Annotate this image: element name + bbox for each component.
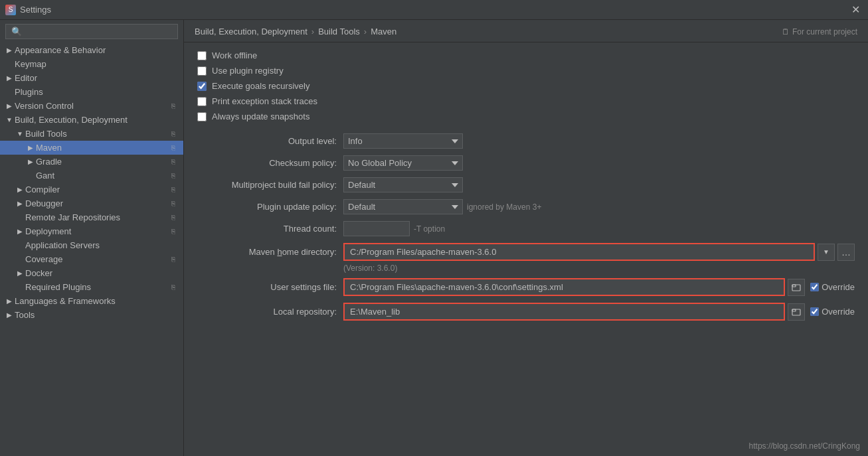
sidebar-item-deployment[interactable]: ▶Deployment⎘ <box>0 224 183 238</box>
sidebar-item-build-tools[interactable]: ▼Build Tools⎘ <box>0 127 183 141</box>
sidebar-item-coverage[interactable]: Coverage⎘ <box>0 252 183 266</box>
sidebar-item-label: Deployment <box>25 226 169 236</box>
thread-count-input[interactable] <box>343 221 410 236</box>
search-input[interactable] <box>5 24 178 39</box>
field-row-output-level: Output level:InfoDebugWarnError <box>197 133 855 149</box>
sidebar: ▶Appearance & BehaviorKeymap▶EditorPlugi… <box>0 20 184 456</box>
field-row-thread-count: Thread count:-T option <box>197 221 855 236</box>
checkbox-row-use-plugin-registry: Use plugin registry <box>197 66 855 76</box>
local-repo-override[interactable]: Override <box>810 307 855 317</box>
user-settings-override[interactable]: Override <box>810 282 855 292</box>
breadcrumb: Build, Execution, Deployment › Build Too… <box>184 20 868 42</box>
maven-home-row: Maven home directory: ▼ … <box>197 243 855 261</box>
maven-home-label: Maven home directory: <box>197 247 343 257</box>
sidebar-item-label: Plugins <box>15 87 178 97</box>
copy-icon: ⎘ <box>169 102 178 111</box>
multiproject-policy-label: Multiproject build fail policy: <box>197 180 343 190</box>
arrow-icon: ▶ <box>16 228 24 235</box>
sidebar-item-required-plugins[interactable]: Required Plugins⎘ <box>0 280 183 294</box>
arrow-icon: ▶ <box>5 311 13 319</box>
maven-home-input[interactable] <box>343 243 815 261</box>
sidebar-item-appearance[interactable]: ▶Appearance & Behavior <box>0 43 183 57</box>
sidebar-item-remote-jar[interactable]: Remote Jar Repositories⎘ <box>0 210 183 224</box>
arrow-icon: ▶ <box>16 269 24 277</box>
sidebar-item-label: Appearance & Behavior <box>15 45 178 55</box>
use-plugin-registry-label[interactable]: Use plugin registry <box>212 66 284 76</box>
sidebar-item-label: Build Tools <box>25 129 169 139</box>
checksum-policy-select[interactable]: No Global PolicyStrictLaxIgnore <box>343 155 463 171</box>
user-settings-override-checkbox[interactable] <box>810 283 819 291</box>
sidebar-item-label: Coverage <box>25 254 169 264</box>
svg-rect-2 <box>792 309 800 315</box>
always-update-checkbox[interactable] <box>197 112 207 121</box>
always-update-label[interactable]: Always update snapshots <box>212 112 309 121</box>
copy-icon: ⎘ <box>169 143 178 153</box>
sidebar-item-gant[interactable]: Gant⎘ <box>0 169 183 183</box>
local-repo-input[interactable] <box>343 303 785 321</box>
fields-container: Output level:InfoDebugWarnErrorChecksum … <box>197 133 855 236</box>
field-row-multiproject-policy: Multiproject build fail policy:DefaultFa… <box>197 177 855 192</box>
sidebar-item-gradle[interactable]: ▶Gradle⎘ <box>0 155 183 169</box>
thread-count-control: -T option <box>343 221 445 236</box>
work-offline-checkbox[interactable] <box>197 51 207 60</box>
sidebar-item-label: Gant <box>36 171 169 181</box>
sidebar-item-label: Gradle <box>36 157 169 167</box>
sidebar-item-label: Application Servers <box>25 240 178 250</box>
copy-icon: ⎘ <box>169 255 178 264</box>
sidebar-item-label: Keymap <box>15 59 178 69</box>
sidebar-item-compiler[interactable]: ▶Compiler⎘ <box>0 183 183 196</box>
user-settings-input[interactable] <box>343 278 785 296</box>
plugin-update-policy-select[interactable]: DefaultAlwaysNeverInterval <box>343 199 463 214</box>
maven-home-dropdown[interactable]: ▼ <box>818 244 835 261</box>
multiproject-policy-select[interactable]: DefaultFail FastFail At EndNever Fail <box>343 177 463 192</box>
breadcrumb-part-2: Build Tools <box>318 27 360 37</box>
maven-home-browse[interactable]: … <box>837 244 855 261</box>
user-settings-browse[interactable] <box>788 279 805 296</box>
sidebar-item-keymap[interactable]: Keymap <box>0 57 183 71</box>
local-repo-override-checkbox[interactable] <box>810 307 819 316</box>
sidebar-item-build-exec-deploy[interactable]: ▼Build, Execution, Deployment <box>0 113 183 127</box>
sidebar-item-maven[interactable]: ▶Maven⎘ <box>0 141 183 155</box>
sidebar-item-version-control[interactable]: ▶Version Control⎘ <box>0 99 183 113</box>
sidebar-item-editor[interactable]: ▶Editor <box>0 71 183 85</box>
arrow-icon: ▼ <box>16 130 24 137</box>
work-offline-label[interactable]: Work offline <box>212 50 257 60</box>
sidebar-item-debugger[interactable]: ▶Debugger⎘ <box>0 196 183 210</box>
sidebar-item-docker[interactable]: ▶Docker <box>0 266 183 280</box>
breadcrumb-part-3: Maven <box>371 27 396 37</box>
user-settings-override-label: Override <box>822 282 855 292</box>
maven-version: (Version: 3.6.0) <box>197 264 855 273</box>
thread-count-hint: -T option <box>414 224 445 234</box>
svg-rect-0 <box>792 285 800 291</box>
user-settings-row: User settings file: Override <box>197 278 855 296</box>
checkbox-row-work-offline: Work offline <box>197 50 855 60</box>
copy-icon: ⎘ <box>169 199 178 208</box>
print-exception-checkbox[interactable] <box>197 97 207 106</box>
execute-goals-checkbox[interactable] <box>197 82 207 91</box>
sidebar-item-label: Editor <box>15 73 178 83</box>
arrow-icon: ▶ <box>5 102 13 110</box>
plugin-update-policy-control: DefaultAlwaysNeverIntervalignored by Mav… <box>343 199 541 214</box>
sidebar-item-plugins[interactable]: Plugins <box>0 85 183 99</box>
checkbox-row-print-exception: Print exception stack traces <box>197 96 855 106</box>
sidebar-item-tools[interactable]: ▶Tools <box>0 308 183 322</box>
sidebar-item-label: Remote Jar Repositories <box>25 212 169 222</box>
sidebar-item-label: Maven <box>36 143 169 153</box>
local-repo-browse[interactable] <box>788 303 805 321</box>
print-exception-label[interactable]: Print exception stack traces <box>212 96 317 106</box>
project-icon: 🗒 <box>782 27 790 37</box>
sidebar-item-app-servers[interactable]: Application Servers <box>0 238 183 252</box>
settings-body: Work offlineUse plugin registryExecute g… <box>184 42 868 335</box>
output-level-select[interactable]: InfoDebugWarnError <box>343 133 463 149</box>
multiproject-policy-control: DefaultFail FastFail At EndNever Fail <box>343 177 463 192</box>
use-plugin-registry-checkbox[interactable] <box>197 66 207 76</box>
checkbox-row-execute-goals: Execute goals recursively <box>197 81 855 91</box>
close-button[interactable]: ✕ <box>848 3 863 17</box>
arrow-icon: ▶ <box>16 186 24 193</box>
footer-link[interactable]: https://blog.csdn.net/CringKong <box>749 441 860 451</box>
sidebar-item-languages[interactable]: ▶Languages & Frameworks <box>0 294 183 308</box>
execute-goals-label[interactable]: Execute goals recursively <box>212 81 309 91</box>
sidebar-item-label: Debugger <box>25 198 169 208</box>
copy-icon: ⎘ <box>169 129 178 139</box>
field-row-checksum-policy: Checksum policy:No Global PolicyStrictLa… <box>197 155 855 171</box>
